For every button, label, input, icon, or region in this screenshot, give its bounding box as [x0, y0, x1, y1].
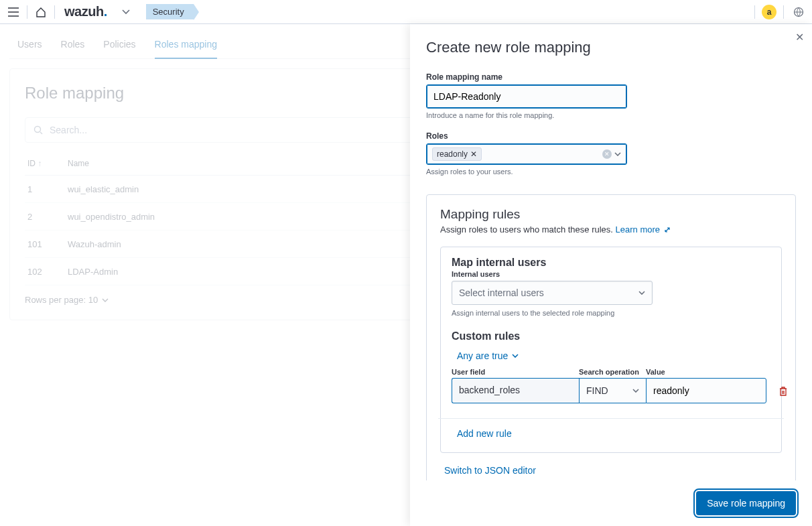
breadcrumb[interactable]: Security	[146, 4, 194, 19]
roles-group: Roles readonly ✕ ✕ Assign roles to your …	[426, 131, 796, 176]
internal-users-select[interactable]: Select internal users	[452, 281, 653, 305]
separator	[783, 5, 784, 19]
mapping-rules-panel: Mapping rules Assign roles to users who …	[426, 194, 796, 480]
remove-chip-icon[interactable]: ✕	[470, 149, 477, 159]
rule-value-input[interactable]	[646, 378, 766, 403]
learn-more-link[interactable]: Learn more	[616, 224, 671, 235]
home-icon[interactable]	[33, 4, 49, 20]
search-op-select[interactable]: FIND	[579, 378, 646, 403]
divider	[438, 418, 784, 419]
close-icon[interactable]: ✕	[795, 31, 804, 44]
avatar[interactable]: a	[762, 5, 776, 19]
role-chip[interactable]: readonly ✕	[432, 147, 482, 161]
top-bar: wazuh. Security a	[0, 0, 812, 24]
save-role-mapping-button[interactable]: Save role mapping	[696, 491, 796, 515]
custom-rules-section: Custom rules Any are true User field bac…	[452, 330, 770, 439]
rules-title: Mapping rules	[440, 207, 782, 222]
menu-icon[interactable]	[5, 4, 21, 20]
separator	[54, 5, 55, 19]
name-label: Role mapping name	[426, 72, 796, 82]
logic-operator-select[interactable]: Any are true	[457, 350, 519, 361]
separator	[27, 5, 27, 19]
add-rule-link[interactable]: Add new rule	[452, 428, 770, 439]
separator	[754, 5, 755, 19]
chevron-down-icon	[632, 389, 639, 393]
chevron-down-icon	[512, 354, 519, 358]
role-mapping-name-group: Role mapping name Introduce a name for t…	[426, 72, 796, 119]
internal-users-help: Assign internal users to the selected ro…	[452, 309, 770, 317]
rules-inner-box: Map internal users Internal users Select…	[440, 247, 782, 453]
news-icon[interactable]	[791, 4, 807, 20]
roles-combobox[interactable]: readonly ✕ ✕	[426, 143, 627, 165]
map-internal-title: Map internal users	[452, 257, 770, 269]
flyout-footer: Save role mapping	[410, 480, 812, 526]
create-role-mapping-flyout: ✕ Create new role mapping Role mapping n…	[410, 24, 812, 526]
delete-rule-icon[interactable]	[779, 386, 788, 397]
custom-rules-title: Custom rules	[452, 330, 770, 342]
brand-logo[interactable]: wazuh.	[64, 4, 107, 19]
rules-subtitle: Assign roles to users who match these ru…	[440, 224, 782, 235]
chevron-down-icon	[638, 291, 645, 295]
internal-users-label: Internal users	[452, 270, 770, 278]
brand-text: wazuh	[64, 4, 104, 19]
clear-icon[interactable]: ✕	[602, 149, 612, 159]
search-op-label: Search operation	[579, 368, 646, 376]
value-label: Value	[646, 368, 766, 376]
user-field-label: User field	[452, 368, 579, 376]
roles-help: Assign roles to your users.	[426, 168, 796, 176]
role-chip-label: readonly	[437, 149, 468, 159]
roles-label: Roles	[426, 131, 796, 141]
chevron-down-icon[interactable]	[614, 152, 621, 156]
user-field-input[interactable]: backend_roles	[452, 378, 579, 403]
name-help: Introduce a name for this role mapping.	[426, 111, 796, 119]
switch-json-editor-link[interactable]: Switch to JSON editor	[444, 465, 536, 476]
custom-rule-row: User field backend_roles Search operatio…	[452, 368, 770, 403]
brand-chevron-icon[interactable]	[118, 4, 134, 20]
flyout-title: Create new role mapping	[426, 39, 796, 56]
internal-users-placeholder: Select internal users	[459, 287, 544, 298]
role-mapping-name-input[interactable]	[426, 84, 627, 109]
brand-dot: .	[104, 4, 107, 19]
external-link-icon	[664, 226, 671, 233]
